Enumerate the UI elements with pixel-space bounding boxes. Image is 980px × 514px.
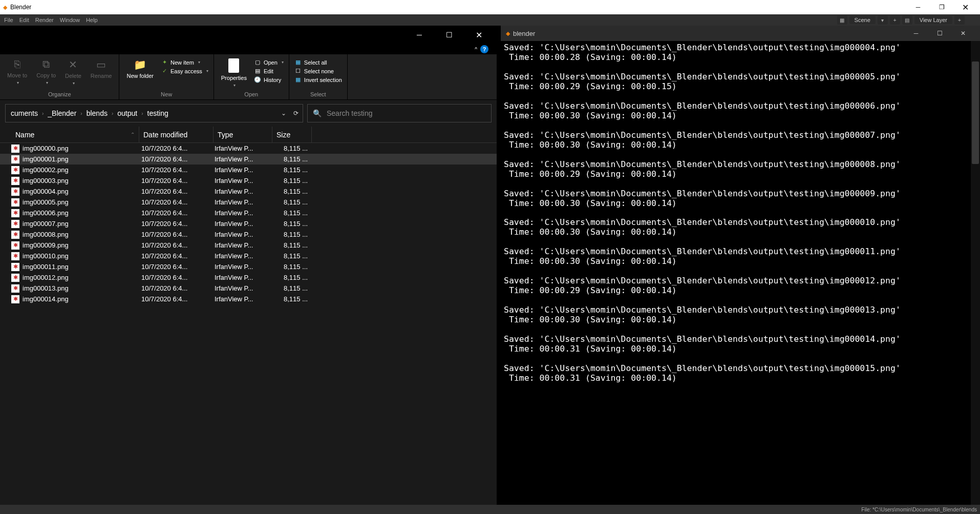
explorer-maximize-button[interactable]: ☐ xyxy=(434,26,464,44)
file-type: IrfanView P... xyxy=(214,177,272,184)
file-size: 8,115 ... xyxy=(272,231,312,238)
menu-help[interactable]: Help xyxy=(86,17,98,23)
search-input[interactable]: 🔍 Search testing xyxy=(307,104,492,122)
console-scrollbar[interactable] xyxy=(971,41,980,512)
explorer-minimize-button[interactable]: ─ xyxy=(404,26,434,44)
delete-button[interactable]: ✕Delete▾ xyxy=(61,56,86,88)
new-item-icon: ✦ xyxy=(161,59,168,66)
file-type: IrfanView P... xyxy=(214,274,272,281)
console-maximize-button[interactable]: ☐ xyxy=(928,26,951,41)
file-icon xyxy=(11,274,19,282)
file-name: img000014.png xyxy=(23,295,139,303)
breadcrumb[interactable]: _Blender xyxy=(47,109,77,117)
file-row[interactable]: img000013.png10/7/2020 6:4...IrfanView P… xyxy=(0,283,497,294)
ribbon-collapse-icon[interactable]: ^ xyxy=(475,47,477,52)
help-icon[interactable]: ? xyxy=(480,45,488,53)
select-none-icon: ☐ xyxy=(294,68,302,74)
chevron-right-icon: › xyxy=(138,111,146,116)
file-size: 8,115 ... xyxy=(272,209,312,217)
copy-to-button[interactable]: ⧉Copy to▾ xyxy=(32,56,60,87)
edit-button[interactable]: ▤Edit xyxy=(252,67,286,75)
column-header-date[interactable]: Date modified xyxy=(139,127,214,142)
file-name: img000006.png xyxy=(23,209,139,217)
file-date: 10/7/2020 6:4... xyxy=(139,295,214,303)
address-bar[interactable]: cuments› _Blender› blends› output› testi… xyxy=(5,104,303,122)
file-size: 8,115 ... xyxy=(272,198,312,206)
scene-field[interactable]: Scene xyxy=(849,16,876,24)
breadcrumb[interactable]: output xyxy=(116,109,138,117)
viewlayer-field[interactable]: View Layer xyxy=(914,16,952,24)
file-row[interactable]: img000009.png10/7/2020 6:4...IrfanView P… xyxy=(0,240,497,251)
viewlayer-new-icon[interactable]: + xyxy=(954,15,965,25)
menu-render[interactable]: Render xyxy=(35,17,54,23)
console-output[interactable]: Saved: 'C:\Users\momin\Documents\_Blende… xyxy=(501,41,980,512)
open-button[interactable]: ▢Open▾ xyxy=(252,58,286,66)
move-to-icon: ⎘ xyxy=(14,58,20,70)
ribbon: ⎘Move to▾ ⧉Copy to▾ ✕Delete▾ ▭Rename Org… xyxy=(0,54,497,100)
properties-button[interactable]: ✔Properties▾ xyxy=(217,56,251,90)
console-window: ◆ blender ─ ☐ ✕ Saved: 'C:\Users\momin\D… xyxy=(501,26,980,512)
file-row[interactable]: img000003.png10/7/2020 6:4...IrfanView P… xyxy=(0,175,497,186)
explorer-close-button[interactable]: ✕ xyxy=(464,26,494,44)
ribbon-group-open: ✔Properties▾ ▢Open▾ ▤Edit 🕘History Open xyxy=(214,54,289,99)
history-button[interactable]: 🕘History xyxy=(252,76,286,84)
file-name: img000011.png xyxy=(23,263,139,271)
file-type: IrfanView P... xyxy=(214,252,272,260)
file-row[interactable]: img000006.png10/7/2020 6:4...IrfanView P… xyxy=(0,208,497,218)
viewlayer-icon[interactable]: ▤ xyxy=(902,15,912,25)
column-header-type[interactable]: Type xyxy=(214,127,272,142)
file-row[interactable]: img000002.png10/7/2020 6:4...IrfanView P… xyxy=(0,165,497,175)
rename-button[interactable]: ▭Rename xyxy=(87,56,116,81)
move-to-button[interactable]: ⎘Move to▾ xyxy=(3,56,31,87)
maximize-button[interactable]: ❐ xyxy=(930,0,953,14)
file-row[interactable]: img000010.png10/7/2020 6:4...IrfanView P… xyxy=(0,251,497,261)
explorer-titlebar: ─ ☐ ✕ xyxy=(0,26,497,44)
file-row[interactable]: img000005.png10/7/2020 6:4...IrfanView P… xyxy=(0,197,497,208)
breadcrumb[interactable]: testing xyxy=(146,109,169,117)
file-row[interactable]: img000001.png10/7/2020 6:4...IrfanView P… xyxy=(0,154,497,165)
file-name: img000000.png xyxy=(23,145,139,152)
file-name: img000001.png xyxy=(23,155,139,163)
file-explorer-window: ─ ☐ ✕ ^ ? ⎘Move to▾ ⧉Copy to▾ ✕Delete▾ ▭… xyxy=(0,26,497,514)
file-type: IrfanView P... xyxy=(214,231,272,238)
menu-file[interactable]: File xyxy=(4,17,13,23)
file-type: IrfanView P... xyxy=(214,198,272,206)
console-close-button[interactable]: ✕ xyxy=(951,26,975,41)
new-item-button[interactable]: ✦New item▾ xyxy=(159,58,210,66)
invert-selection-button[interactable]: ▦Invert selection xyxy=(292,76,344,84)
new-folder-button[interactable]: 📁New folder xyxy=(122,56,158,81)
blender-titlebar: ◆ Blender ─ ❐ ✕ xyxy=(0,0,980,14)
breadcrumb[interactable]: cuments xyxy=(10,109,39,117)
menu-window[interactable]: Window xyxy=(60,17,80,23)
file-date: 10/7/2020 6:4... xyxy=(139,198,214,206)
ribbon-group-select: ▦Select all ☐Select none ▦Invert selecti… xyxy=(289,54,348,99)
scrollbar-thumb[interactable] xyxy=(972,61,979,164)
scene-new-icon[interactable]: + xyxy=(890,15,900,25)
edit-icon: ▤ xyxy=(254,68,261,74)
menu-edit[interactable]: Edit xyxy=(19,17,29,23)
select-all-button[interactable]: ▦Select all xyxy=(292,58,344,66)
address-dropdown-icon[interactable]: ⌄ xyxy=(281,110,286,117)
file-icon xyxy=(11,198,19,207)
breadcrumb[interactable]: blends xyxy=(86,109,109,117)
minimize-button[interactable]: ─ xyxy=(906,0,930,14)
file-row[interactable]: img000012.png10/7/2020 6:4...IrfanView P… xyxy=(0,272,497,283)
file-type: IrfanView P... xyxy=(214,241,272,249)
refresh-icon[interactable]: ⟳ xyxy=(293,110,299,117)
column-header-name[interactable]: Name⌃ xyxy=(11,127,139,142)
console-minimize-button[interactable]: ─ xyxy=(904,26,928,41)
invert-selection-icon: ▦ xyxy=(294,76,302,83)
easy-access-button[interactable]: ✓Easy access▾ xyxy=(159,67,210,75)
file-row[interactable]: img000008.png10/7/2020 6:4...IrfanView P… xyxy=(0,229,497,240)
column-header-size[interactable]: Size xyxy=(272,127,312,142)
file-row[interactable]: img000014.png10/7/2020 6:4...IrfanView P… xyxy=(0,294,497,304)
close-button[interactable]: ✕ xyxy=(953,0,977,14)
file-row[interactable]: img000007.png10/7/2020 6:4...IrfanView P… xyxy=(0,218,497,229)
file-list: img000000.png10/7/2020 6:4...IrfanView P… xyxy=(0,143,497,514)
select-none-button[interactable]: ☐Select none xyxy=(292,67,344,75)
scene-browse-icon[interactable]: ▾ xyxy=(878,15,888,25)
file-row[interactable]: img000011.png10/7/2020 6:4...IrfanView P… xyxy=(0,261,497,272)
file-row[interactable]: img000000.png10/7/2020 6:4...IrfanView P… xyxy=(0,143,497,154)
scene-icon[interactable]: ▦ xyxy=(837,15,847,25)
file-row[interactable]: img000004.png10/7/2020 6:4...IrfanView P… xyxy=(0,186,497,197)
